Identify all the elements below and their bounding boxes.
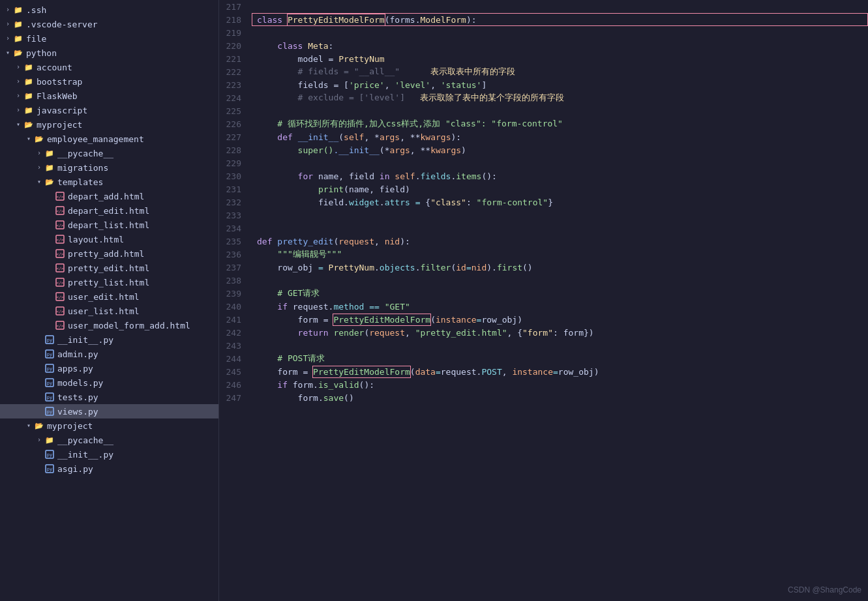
sidebar-item-depart_list[interactable]: </>depart_list.html xyxy=(0,218,218,232)
code-line: 231 print(name, field) xyxy=(219,183,868,196)
py-icon: py xyxy=(44,449,55,460)
tree-arrow-icon xyxy=(34,177,44,187)
sidebar-label: file xyxy=(26,34,46,44)
svg-text:py: py xyxy=(47,352,52,357)
sidebar-item-asgi[interactable]: pyasgi.py xyxy=(0,462,218,476)
code-line: 241 form = PrettyEditModelForm(instance=… xyxy=(219,313,868,326)
code-line: 229 xyxy=(219,156,868,169)
sidebar-item-init2[interactable]: py__init__.py xyxy=(0,447,218,462)
html-icon: </> xyxy=(55,306,65,316)
line-number: 247 xyxy=(219,391,252,404)
tree-arrow-icon xyxy=(34,435,44,445)
sidebar-label: admin.py xyxy=(57,349,98,359)
line-content xyxy=(252,104,868,117)
sidebar-item-models[interactable]: pymodels.py xyxy=(0,375,218,390)
line-number: 238 xyxy=(219,274,252,287)
sidebar-label: models.py xyxy=(57,378,103,388)
sidebar-item-depart_add[interactable]: </>depart_add.html xyxy=(0,189,218,203)
code-line: 223 fields = ['price', 'level', 'status'… xyxy=(219,78,868,91)
code-line: 219 xyxy=(219,26,868,39)
sidebar-item-tests[interactable]: pytests.py xyxy=(0,390,218,404)
svg-text:</>: </> xyxy=(57,266,64,271)
sidebar-label: .vscode-server xyxy=(26,20,98,29)
line-content xyxy=(252,0,868,13)
sidebar-item-myproject[interactable]: 📂myproject xyxy=(0,117,218,132)
line-content: class Meta: xyxy=(252,39,868,52)
line-content: # GET请求 xyxy=(252,287,868,300)
sidebar-label: templates xyxy=(57,177,103,187)
svg-text:</>: </> xyxy=(57,209,64,213)
sidebar-item-pretty_list[interactable]: </>pretty_list.html xyxy=(0,275,218,289)
tree-arrow-icon xyxy=(3,5,13,15)
html-icon: </> xyxy=(55,248,65,259)
line-content: for name, field in self.fields.items(): xyxy=(252,169,868,183)
sidebar-item-pycache2[interactable]: 📁__pycache__ xyxy=(0,433,218,447)
html-icon: </> xyxy=(55,191,65,201)
tree-arrow-icon xyxy=(13,76,23,87)
sidebar-item-ssh[interactable]: 📁.ssh xyxy=(0,3,218,17)
line-number: 231 xyxy=(219,183,252,196)
code-line: 221 model = PrettyNum xyxy=(219,52,868,65)
sidebar-item-views[interactable]: pyviews.py xyxy=(0,404,218,418)
line-content xyxy=(252,156,868,169)
line-content: """编辑靓号""" xyxy=(252,248,868,261)
sidebar-item-templates[interactable]: 📂templates xyxy=(0,175,218,189)
sidebar-label: views.py xyxy=(57,407,98,417)
sidebar-item-user_model_form_add[interactable]: </>user_model_form_add.html xyxy=(0,318,218,332)
folder-icon: 📂 xyxy=(23,119,34,130)
code-line: 246 if form.is_valid(): xyxy=(219,378,868,391)
sidebar-item-javascript[interactable]: 📁javascript xyxy=(0,103,218,117)
folder-icon: 📂 xyxy=(13,48,23,58)
sidebar-label: account xyxy=(37,63,72,72)
line-number: 237 xyxy=(219,261,252,274)
sidebar-label: employee_management xyxy=(47,134,144,144)
folder-icon: 📁 xyxy=(23,62,34,72)
code-line: 235def pretty_edit(request, nid): xyxy=(219,235,868,248)
sidebar-item-myproject2[interactable]: 📂myproject xyxy=(0,418,218,433)
svg-text:py: py xyxy=(47,338,52,343)
line-number: 234 xyxy=(219,222,252,235)
line-number: 235 xyxy=(219,235,252,248)
html-icon: </> xyxy=(55,277,65,287)
sidebar-item-user_list[interactable]: </>user_list.html xyxy=(0,304,218,318)
code-line: 228 super().__init__(*args, **kwargs) xyxy=(219,143,868,156)
sidebar-item-pretty_edit[interactable]: </>pretty_edit.html xyxy=(0,261,218,275)
sidebar-item-vscode-server[interactable]: 📁.vscode-server xyxy=(0,17,218,31)
sidebar-item-admin[interactable]: pyadmin.py xyxy=(0,347,218,361)
sidebar-item-user_edit[interactable]: </>user_edit.html xyxy=(0,289,218,304)
sidebar-label: user_model_form_add.html xyxy=(68,321,190,330)
sidebar-item-flaskweb[interactable]: 📁FlaskWeb xyxy=(0,89,218,103)
line-number: 232 xyxy=(219,196,252,209)
sidebar-label: asgi.py xyxy=(57,464,93,474)
line-number: 243 xyxy=(219,339,252,352)
tree-arrow-icon xyxy=(34,162,44,173)
sidebar-item-pretty_add[interactable]: </>pretty_add.html xyxy=(0,246,218,261)
sidebar-item-apps[interactable]: pyapps.py xyxy=(0,361,218,375)
sidebar-item-bootstrap[interactable]: 📁bootstrap xyxy=(0,74,218,89)
sidebar-item-account[interactable]: 📁account xyxy=(0,60,218,74)
code-line: 225 xyxy=(219,104,868,117)
code-line: 224 # exclude = ['level'] 表示取除了表中的某个字段的所… xyxy=(219,91,868,104)
line-content: # POST请求 xyxy=(252,352,868,365)
sidebar-label: __pycache__ xyxy=(57,149,113,158)
folder-icon: 📂 xyxy=(34,420,44,431)
line-content: class PrettyEditModelForm(forms.ModelFor… xyxy=(252,13,868,26)
sidebar-item-pycache1[interactable]: 📁__pycache__ xyxy=(0,146,218,160)
sidebar-item-init1[interactable]: py__init__.py xyxy=(0,332,218,347)
line-number: 233 xyxy=(219,209,252,222)
sidebar-item-file[interactable]: 📁file xyxy=(0,31,218,46)
sidebar-item-employee_management[interactable]: 📂employee_management xyxy=(0,132,218,146)
svg-text:py: py xyxy=(47,467,52,472)
code-line: 239 # GET请求 xyxy=(219,287,868,300)
line-content: fields = ['price', 'level', 'status'] xyxy=(252,78,868,91)
sidebar-item-layout[interactable]: </>layout.html xyxy=(0,232,218,246)
line-number: 244 xyxy=(219,352,252,365)
line-content: field.widget.attrs = {"class": "form-con… xyxy=(252,196,868,209)
sidebar-item-depart_edit[interactable]: </>depart_edit.html xyxy=(0,203,218,218)
folder-icon: 📁 xyxy=(44,148,55,158)
line-number: 236 xyxy=(219,248,252,261)
code-line: 233 xyxy=(219,209,868,222)
sidebar-item-python[interactable]: 📂python xyxy=(0,46,218,60)
line-content: form.save() xyxy=(252,391,868,404)
sidebar-item-migrations[interactable]: 📁migrations xyxy=(0,160,218,175)
